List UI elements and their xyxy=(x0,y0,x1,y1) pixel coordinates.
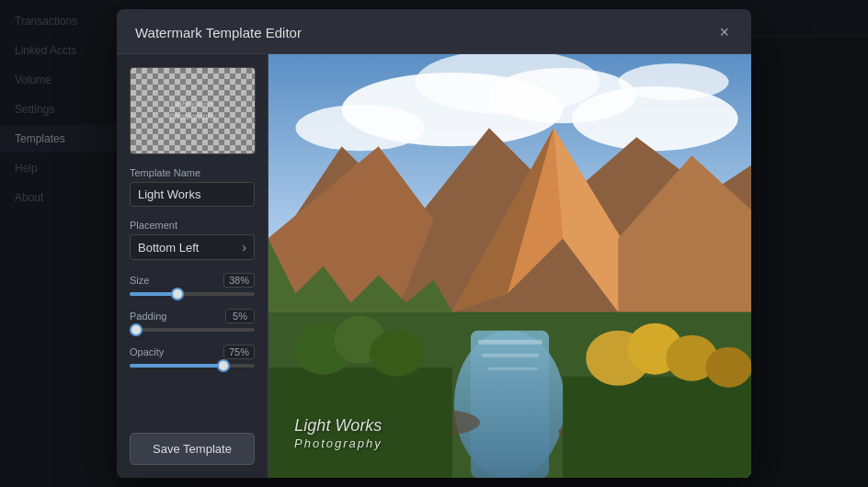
chevron-right-icon: › xyxy=(242,240,246,255)
svg-point-6 xyxy=(618,63,728,100)
size-slider-header: Size 38% xyxy=(130,273,255,288)
size-slider-track xyxy=(130,292,255,296)
opacity-slider-thumb[interactable] xyxy=(217,359,230,372)
template-name-label: Template Name xyxy=(130,167,255,178)
padding-slider-header: Padding 5% xyxy=(130,309,255,323)
watermark-line1: Light Works xyxy=(294,415,383,436)
size-label: Size xyxy=(130,275,149,286)
svg-rect-29 xyxy=(482,354,539,357)
photo-preview-panel: Light Works Photography xyxy=(268,54,751,478)
modal-title: Watermark Template Editor xyxy=(135,25,302,40)
watermark-preview-thumbnail: Light WorksPhotography xyxy=(130,67,256,154)
padding-slider-thumb[interactable] xyxy=(130,323,143,336)
svg-rect-16 xyxy=(471,331,549,478)
opacity-slider-track xyxy=(130,364,255,368)
placement-label: Placement xyxy=(130,220,255,231)
photo-watermark-overlay: Light Works Photography xyxy=(294,415,383,452)
watermark-line2: Photography xyxy=(294,436,383,452)
padding-slider-row: Padding 5% xyxy=(130,309,255,332)
padding-value: 5% xyxy=(225,309,255,323)
size-slider-thumb[interactable] xyxy=(171,288,184,300)
svg-point-3 xyxy=(295,105,424,151)
placement-value: Bottom Left xyxy=(138,241,199,255)
svg-rect-30 xyxy=(487,368,538,370)
opacity-label: Opacity xyxy=(130,346,164,357)
opacity-slider-fill xyxy=(130,364,223,368)
close-button[interactable]: × xyxy=(715,22,733,42)
template-name-input[interactable] xyxy=(130,182,255,207)
size-value: 38% xyxy=(223,273,255,288)
padding-label: Padding xyxy=(130,311,166,322)
svg-rect-28 xyxy=(478,340,542,345)
opacity-slider-row: Opacity 75% xyxy=(130,345,255,368)
svg-point-24 xyxy=(705,347,751,388)
placement-field-group: Placement Bottom Left › xyxy=(130,220,255,260)
left-panel: Light WorksPhotography Template Name Pla… xyxy=(117,54,268,478)
modal-body: Light WorksPhotography Template Name Pla… xyxy=(117,54,751,478)
svg-point-27 xyxy=(370,331,425,377)
template-name-field-group: Template Name xyxy=(130,167,255,207)
modal-backdrop: Watermark Template Editor × Light WorksP… xyxy=(0,0,868,487)
opacity-value: 75% xyxy=(223,345,255,359)
modal-header: Watermark Template Editor × xyxy=(117,9,751,54)
watermark-template-editor-modal: Watermark Template Editor × Light WorksP… xyxy=(117,9,751,478)
placement-selector[interactable]: Bottom Left › xyxy=(130,234,255,260)
opacity-slider-header: Opacity 75% xyxy=(130,345,255,359)
watermark-preview-text: Light WorksPhotography xyxy=(131,68,255,153)
padding-slider-track xyxy=(130,328,255,332)
size-slider-row: Size 38% xyxy=(130,273,255,296)
svg-rect-20 xyxy=(563,377,751,478)
save-template-button[interactable]: Save Template xyxy=(130,433,255,465)
